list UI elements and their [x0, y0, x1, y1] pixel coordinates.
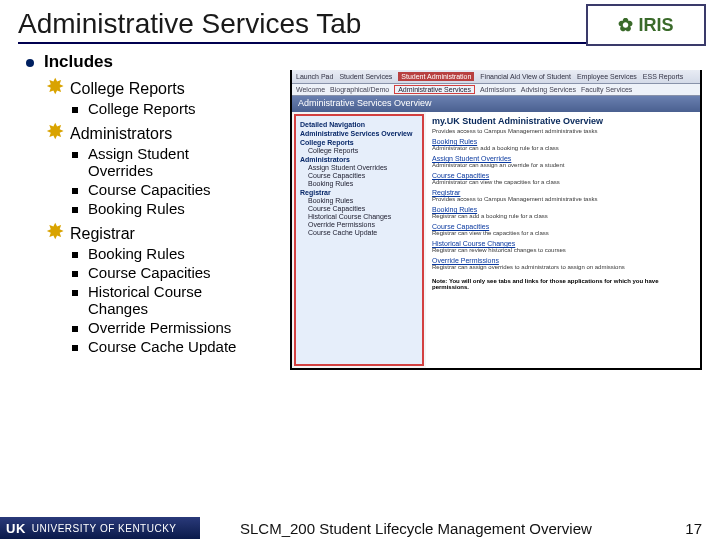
detailed-navigation: Detailed Navigation Administrative Servi…	[294, 114, 424, 366]
square-bullet-icon	[72, 188, 78, 194]
subtab-item[interactable]: Faculty Services	[581, 86, 632, 93]
overview-link[interactable]: Historical Course Changes	[432, 240, 694, 247]
subtab-item[interactable]: Advising Services	[521, 86, 576, 93]
uk-logo-text: UNIVERSITY OF KENTUCKY	[32, 523, 177, 534]
nav-link[interactable]: Assign Student Overrides	[308, 164, 418, 171]
overview-desc: Provides access to Campus Management adm…	[432, 128, 694, 134]
square-bullet-icon	[72, 207, 78, 213]
square-bullet-icon	[72, 326, 78, 332]
nav-link[interactable]: Booking Rules	[308, 197, 418, 204]
overview-link-desc: Administrator can add a booking rule for…	[432, 145, 694, 151]
square-bullet-icon	[72, 345, 78, 351]
subtab-item[interactable]: Biographical/Demo	[330, 86, 389, 93]
square-bullet-icon	[72, 252, 78, 258]
panel-title-bar: Administrative Services Overview	[292, 96, 700, 112]
square-bullet-icon	[72, 107, 78, 113]
nav-group: Administrative Services Overview	[300, 130, 418, 137]
overview-link[interactable]: Override Permissions	[432, 257, 694, 264]
nav-link[interactable]: Booking Rules	[308, 180, 418, 187]
subtab-item[interactable]: Welcome	[296, 86, 325, 93]
tab-item[interactable]: Employee Services	[577, 73, 637, 80]
nav-header: Detailed Navigation	[300, 121, 418, 128]
bullet-l2: Registrar	[70, 225, 135, 243]
bullet-l3: Course Capacities	[88, 264, 211, 281]
tab-item[interactable]: Financial Aid View of Student	[480, 73, 571, 80]
nav-link[interactable]: Course Cache Update	[308, 229, 418, 236]
bullet-l3: Assign Student Overrides	[88, 145, 248, 179]
bullet-l1: Includes	[44, 52, 113, 72]
bullet-l2: Administrators	[70, 125, 172, 143]
burst-icon: ✸	[46, 76, 64, 98]
overview-link[interactable]: Booking Rules	[432, 206, 694, 213]
overview-link[interactable]: Assign Student Overrides	[432, 155, 694, 162]
app-top-tabs: Launch Pad Student Services Student Admi…	[292, 70, 700, 84]
nav-link[interactable]: Course Capacities	[308, 205, 418, 212]
bullet-l3: Override Permissions	[88, 319, 231, 336]
overview-heading: my.UK Student Administrative Overview	[432, 116, 694, 126]
tab-item[interactable]: Student Services	[339, 73, 392, 80]
bullet-l2: College Reports	[70, 80, 185, 98]
overview-link[interactable]: Course Capacities	[432, 172, 694, 179]
overview-link-desc: Registrar can review historical changes …	[432, 247, 694, 253]
nav-link[interactable]: Override Permissions	[308, 221, 418, 228]
permissions-note: Note: You will only see tabs and links f…	[432, 278, 694, 290]
bullet-l3: Historical Course Changes	[88, 283, 248, 317]
subtab-active[interactable]: Administrative Services	[394, 85, 475, 94]
embedded-screenshot: Launch Pad Student Services Student Admi…	[290, 70, 702, 370]
slide-number: 17	[670, 520, 720, 537]
subtab-item[interactable]: Admissions	[480, 86, 516, 93]
overview-link[interactable]: Registrar	[432, 189, 694, 196]
tab-active[interactable]: Student Administration	[398, 72, 474, 81]
tab-item[interactable]: Launch Pad	[296, 73, 333, 80]
app-sub-tabs: Welcome Biographical/Demo Administrative…	[292, 84, 700, 96]
overview-link-desc: Provides access to Campus Management adm…	[432, 196, 694, 202]
overview-link-desc: Administrator can view the capacities fo…	[432, 179, 694, 185]
overview-link-desc: Registrar can add a booking rule for a c…	[432, 213, 694, 219]
nav-link[interactable]: College Reports	[308, 147, 418, 154]
bullet-l3: Course Capacities	[88, 181, 211, 198]
nav-link[interactable]: Course Capacities	[308, 172, 418, 179]
overview-link[interactable]: Booking Rules	[432, 138, 694, 145]
iris-logo-text: ✿ IRIS	[618, 14, 673, 36]
bullet-l3: Booking Rules	[88, 245, 185, 262]
bullet-outline: Includes ✸College ReportsCollege Reports…	[26, 48, 286, 370]
overview-link-desc: Administrator can assign an override for…	[432, 162, 694, 168]
square-bullet-icon	[72, 271, 78, 277]
burst-icon: ✸	[46, 221, 64, 243]
footer-course-title: SLCM_200 Student Lifecycle Management Ov…	[200, 520, 670, 537]
uk-logo-prefix: UK	[6, 521, 26, 536]
nav-link[interactable]: Historical Course Changes	[308, 213, 418, 220]
square-bullet-icon	[72, 152, 78, 158]
iris-logo: ✿ IRIS	[586, 4, 706, 46]
burst-icon: ✸	[46, 121, 64, 143]
square-bullet-icon	[72, 290, 78, 296]
bullet-l3: Course Cache Update	[88, 338, 236, 355]
bullet-l3: Booking Rules	[88, 200, 185, 217]
nav-group: Registrar	[300, 189, 418, 196]
bullet-dot-icon	[26, 59, 34, 67]
overview-panel: my.UK Student Administrative Overview Pr…	[426, 112, 700, 368]
overview-link-desc: Registrar can view the capacities for a …	[432, 230, 694, 236]
slide-footer: UK UNIVERSITY OF KENTUCKY SLCM_200 Stude…	[0, 516, 720, 540]
uk-logo-bar: UK UNIVERSITY OF KENTUCKY	[0, 517, 200, 539]
nav-group: College Reports	[300, 139, 418, 146]
bullet-l3: College Reports	[88, 100, 196, 117]
nav-group: Administrators	[300, 156, 418, 163]
tab-item[interactable]: ESS Reports	[643, 73, 683, 80]
overview-link-desc: Registrar can assign overrides to admini…	[432, 264, 694, 270]
overview-link[interactable]: Course Capacities	[432, 223, 694, 230]
